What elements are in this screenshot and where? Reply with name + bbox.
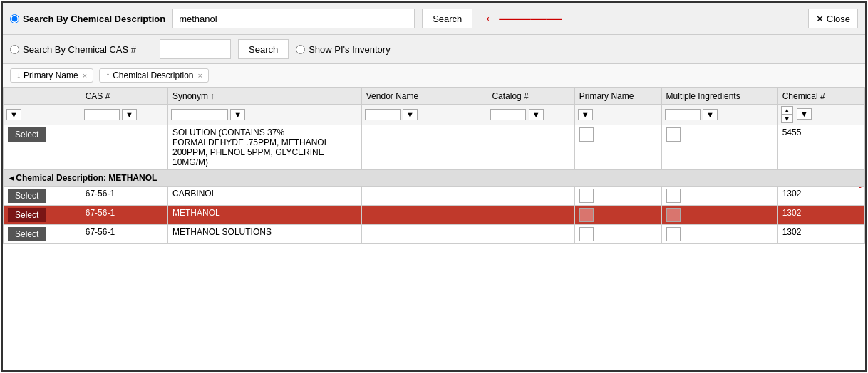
- row1-chemical-cell: 5455: [777, 125, 864, 170]
- methanol-synonym-cell: METHANOL: [168, 206, 362, 225]
- methanol-multiple-cell: [661, 206, 777, 225]
- filter-cas-btn[interactable]: ▼: [122, 109, 137, 120]
- filter-chemical-up-btn[interactable]: ▲: [781, 106, 793, 115]
- col-header-primary[interactable]: Primary Name: [574, 88, 661, 105]
- filter-catalog-input[interactable]: [490, 109, 526, 120]
- search-button[interactable]: Search: [422, 9, 472, 28]
- methanolsol-primary-cell: [574, 225, 661, 244]
- cas-input[interactable]: [160, 39, 231, 59]
- col-header-cas[interactable]: CAS #: [81, 88, 167, 105]
- filter-vendor-btn[interactable]: ▼: [403, 109, 418, 120]
- sort-arrow-chemical: ↑: [105, 70, 110, 80]
- methanol-vendor-cell: [361, 206, 487, 225]
- sort-tag-chemical-label: Chemical Description: [113, 70, 193, 80]
- filter-select-cell: ▼: [4, 105, 81, 125]
- methanol-catalog-cell: [487, 206, 574, 225]
- table-row: Select SOLUTION (CONTAINS 37% FORMALDEHY…: [4, 125, 865, 170]
- filter-cas-input[interactable]: [84, 109, 120, 120]
- filter-synonym-btn[interactable]: ▼: [230, 109, 245, 120]
- carbinol-select-cell: Select: [4, 186, 81, 206]
- methanol-primary-cell: [574, 206, 661, 225]
- sort-tags-bar: ↓ Primary Name × ↑ Chemical Description …: [3, 64, 865, 88]
- sort-tag-chemical[interactable]: ↑ Chemical Description ×: [99, 68, 209, 83]
- methanolsol-catalog-cell: [487, 225, 574, 244]
- main-container: Search By Chemical Description Search ←—…: [1, 1, 867, 372]
- filter-chemical-down-btn[interactable]: ▼: [781, 115, 793, 123]
- carbinol-primary-checkbox[interactable]: [579, 189, 594, 203]
- top-search-bar: Search By Chemical Description Search ←—…: [3, 3, 865, 35]
- filter-cas-cell: ▼: [81, 105, 167, 125]
- table-row: Select 67-56-1 METHANOL SOLUTIONS 1302: [4, 225, 865, 244]
- row1-multiple-cell: [661, 125, 777, 170]
- radio-show-pi[interactable]: [296, 45, 305, 54]
- carbinol-chemical-cell: 1302: [777, 186, 864, 206]
- methanolsol-select-btn[interactable]: Select: [8, 227, 46, 241]
- close-button[interactable]: ✕ Close: [808, 9, 858, 28]
- sort-tag-primary-close[interactable]: ×: [83, 71, 87, 80]
- filter-multiple-cell: ▼: [661, 105, 777, 125]
- methanol-primary-checkbox[interactable]: [579, 208, 594, 222]
- show-pi-label[interactable]: Show PI's Inventory: [296, 44, 390, 55]
- search-by-cas-radio[interactable]: Search By Chemical CAS #: [10, 44, 153, 55]
- sort-arrow-primary: ↓: [16, 70, 21, 80]
- filter-primary-cell: ▼: [574, 105, 661, 125]
- cas-search-button[interactable]: Search: [238, 39, 289, 59]
- filter-multiple-btn[interactable]: ▼: [703, 109, 718, 120]
- row1-synonym-cell: SOLUTION (CONTAINS 37% FORMALDEHYDE .75P…: [168, 125, 362, 170]
- methanolsol-multiple-checkbox[interactable]: [666, 227, 681, 241]
- methanolsol-primary-checkbox[interactable]: [579, 227, 594, 241]
- methanolsol-synonym-cell: METHANOL SOLUTIONS: [168, 225, 362, 244]
- filter-multiple-input[interactable]: [665, 109, 701, 120]
- methanolsol-cas-cell: 67-56-1: [81, 225, 167, 244]
- search-by-cas-label: Search By Chemical CAS #: [23, 44, 136, 55]
- col-header-chemical[interactable]: Chemical #: [777, 88, 864, 105]
- sort-tag-chemical-close[interactable]: ×: [198, 71, 202, 80]
- search-by-description-radio[interactable]: Search By Chemical Description: [10, 14, 165, 24]
- row1-primary-checkbox[interactable]: [579, 127, 594, 142]
- carbinol-synonym-cell: CARBINOL: [168, 186, 362, 206]
- filter-chemical-cell: ▲ ▼ ▼: [777, 105, 864, 125]
- chemical-description-input[interactable]: [172, 9, 415, 28]
- carbinol-multiple-cell: [661, 186, 777, 206]
- row1-multiple-checkbox[interactable]: [666, 127, 681, 142]
- group-header-methanol: ◂ Chemical Description: METHANOL: [4, 170, 865, 186]
- arrow-annotation: ←————: [483, 9, 562, 28]
- filter-synonym-input[interactable]: [171, 109, 228, 120]
- filter-select-btn[interactable]: ▼: [6, 109, 21, 120]
- row1-cas-cell: [81, 125, 167, 170]
- filter-row: ▼ ▼ ▼ ▼ ▼: [4, 105, 865, 125]
- col-header-multiple[interactable]: Multiple Ingredients: [661, 88, 777, 105]
- col-header-synonym[interactable]: Synonym ↑: [168, 88, 362, 105]
- row1-vendor-cell: [361, 125, 487, 170]
- methanolsol-vendor-cell: [361, 225, 487, 244]
- radio-description[interactable]: [10, 14, 19, 23]
- filter-chemical-btn[interactable]: ▼: [797, 108, 812, 120]
- methanolsol-multiple-cell: [661, 225, 777, 244]
- radio-cas[interactable]: [10, 45, 19, 54]
- second-search-bar: Search By Chemical CAS # Search Show PI'…: [3, 35, 865, 64]
- row1-select-cell: Select: [4, 125, 81, 170]
- filter-synonym-cell: ▼: [168, 105, 362, 125]
- filter-vendor-input[interactable]: [365, 109, 401, 120]
- carbinol-select-btn[interactable]: Select: [8, 189, 46, 203]
- table-row-highlighted: Select 67-56-1 METHANOL 1302: [4, 206, 865, 225]
- methanol-select-btn[interactable]: Select: [8, 208, 46, 222]
- carbinol-primary-cell: [574, 186, 661, 206]
- table-header-row: CAS # Synonym ↑ Vendor Name Catalog # Pr…: [4, 88, 865, 105]
- filter-primary-btn[interactable]: ▼: [578, 109, 593, 120]
- col-header-vendor[interactable]: Vendor Name: [361, 88, 487, 105]
- col-header-select: [4, 88, 81, 105]
- table-row: Select 67-56-1 CARBINOL 1302: [4, 186, 865, 206]
- carbinol-multiple-checkbox[interactable]: [666, 189, 681, 203]
- methanol-multiple-checkbox[interactable]: [666, 208, 681, 222]
- sort-tag-primary[interactable]: ↓ Primary Name ×: [10, 68, 93, 83]
- methanol-chemical-cell: 1302: [777, 206, 864, 225]
- show-pi-text: Show PI's Inventory: [309, 44, 390, 55]
- carbinol-catalog-cell: [487, 186, 574, 206]
- filter-catalog-btn[interactable]: ▼: [529, 109, 544, 120]
- row1-primary-cell: [574, 125, 661, 170]
- col-header-catalog[interactable]: Catalog #: [487, 88, 574, 105]
- methanol-select-cell: Select: [4, 206, 81, 225]
- results-table-wrap: CAS # Synonym ↑ Vendor Name Catalog # Pr…: [3, 88, 865, 372]
- row1-select-btn[interactable]: Select: [8, 127, 46, 142]
